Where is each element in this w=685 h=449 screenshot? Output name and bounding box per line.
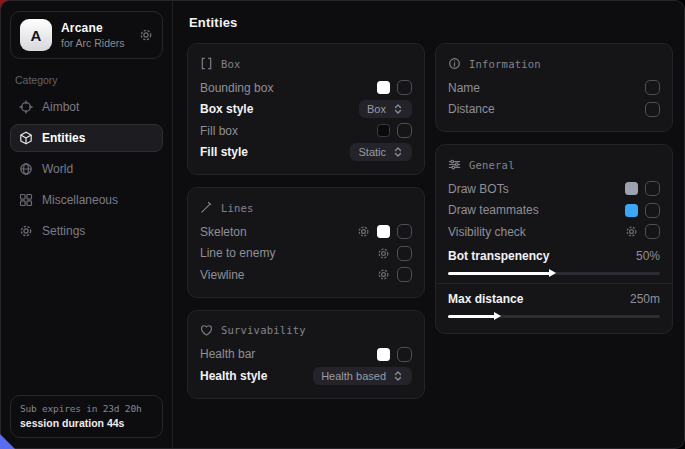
panel-title: General [469,159,515,171]
distance-label: Distance [448,102,495,116]
color-swatch[interactable] [377,348,390,361]
sidebar-item-label: Settings [42,224,85,238]
cheat-menu-window: A Arcane for Arc Riders Category Aimbot … [0,0,685,449]
avatar: A [20,19,52,51]
line-to-enemy-label: Line to enemy [200,246,275,260]
slider-thumb[interactable] [549,269,556,277]
information-panel: Information Name Distance [435,43,673,132]
brackets-icon [200,57,213,70]
globe-icon [19,162,33,176]
viewline-row: Viewline [200,264,412,286]
category-label: Category [15,74,158,86]
fill-box-row: Fill box [200,120,412,142]
skeleton-checkbox[interactable] [397,224,412,239]
box-style-label: Box style [200,102,253,116]
sliders-icon [448,158,461,171]
draw-bots-checkbox[interactable] [645,181,660,196]
health-bar-checkbox[interactable] [397,347,412,362]
subscription-card: Sub expires in 23d 20h session duration … [10,395,163,438]
max-distance-row: Max distance 250m [448,289,660,309]
fill-style-dropdown[interactable]: Static [350,143,412,161]
health-style-dropdown[interactable]: Health based [313,367,412,385]
name-row: Name [448,77,660,99]
dropdown-value: Health based [321,370,386,382]
gear-icon[interactable] [625,225,638,238]
gear-icon[interactable] [139,28,153,42]
bounding-box-label: Bounding box [200,81,273,95]
visibility-check-checkbox[interactable] [645,224,660,239]
health-style-label: Health style [200,369,267,383]
grid-icon [19,193,33,207]
crosshair-icon [19,100,33,114]
session-duration-text: session duration 44s [20,417,153,429]
lines-panel: Lines Skeleton Line to enemy [187,187,425,298]
sidebar-item-world[interactable]: World [10,155,163,183]
general-panel: General Draw BOTs Draw teammates [435,144,673,334]
survivability-panel: Survivability Health bar Health style [187,310,425,399]
skeleton-label: Skeleton [200,225,247,239]
chevrons-up-down-icon [392,146,404,158]
fill-box-label: Fill box [200,124,238,138]
fill-style-label: Fill style [200,145,248,159]
gear-icon[interactable] [377,268,390,281]
sidebar-item-aimbot[interactable]: Aimbot [10,93,163,121]
gear-icon[interactable] [357,225,370,238]
chevrons-up-down-icon [392,103,404,115]
distance-row: Distance [448,99,660,121]
sidebar: A Arcane for Arc Riders Category Aimbot … [1,1,173,448]
distance-checkbox[interactable] [645,102,660,117]
draw-bots-row: Draw BOTs [448,178,660,200]
name-checkbox[interactable] [645,80,660,95]
panel-title: Lines [221,202,254,214]
bounding-box-checkbox[interactable] [397,80,412,95]
bounding-box-row: Bounding box [200,77,412,99]
info-icon [448,57,461,70]
app-subtitle: for Arc Riders [61,37,125,49]
box-style-dropdown[interactable]: Box [359,100,412,118]
heart-icon [200,324,213,337]
box-style-row: Box style Box [200,99,412,121]
color-swatch[interactable] [377,124,390,137]
fill-style-row: Fill style Static [200,142,412,164]
entities-icon [19,131,33,145]
logo-text: Arcane for Arc Riders [61,21,125,49]
sidebar-item-label: Miscellaneous [42,193,118,207]
bot-transparency-slider[interactable] [448,272,660,275]
viewline-label: Viewline [200,268,244,282]
color-swatch[interactable] [377,225,390,238]
sidebar-item-entities[interactable]: Entities [10,124,163,152]
draw-teammates-checkbox[interactable] [645,203,660,218]
panel-title: Information [469,58,541,70]
sidebar-item-label: Aimbot [42,100,79,114]
divider [436,283,672,284]
chevrons-up-down-icon [392,370,404,382]
sub-expiry-text: Sub expires in 23d 20h [20,403,153,414]
sidebar-item-miscellaneous[interactable]: Miscellaneous [10,186,163,214]
color-swatch[interactable] [625,182,638,195]
visibility-check-label: Visibility check [448,225,526,239]
slider-fill [448,272,550,275]
panel-title: Box [221,58,241,70]
slider-thumb[interactable] [494,312,501,320]
draw-bots-label: Draw BOTs [448,182,509,196]
slider-fill [448,315,495,318]
max-distance-slider[interactable] [448,315,660,318]
bot-transparency-value: 50% [636,249,660,263]
name-label: Name [448,81,480,95]
health-bar-row: Health bar [200,344,412,366]
fill-box-checkbox[interactable] [397,123,412,138]
gear-icon[interactable] [377,247,390,260]
sidebar-item-label: World [42,162,73,176]
sidebar-item-settings[interactable]: Settings [10,217,163,245]
dropdown-value: Box [367,103,386,115]
logo-card: A Arcane for Arc Riders [10,11,163,59]
sidebar-item-label: Entities [42,131,85,145]
line-to-enemy-checkbox[interactable] [397,246,412,261]
viewline-checkbox[interactable] [397,267,412,282]
bot-transparency-label: Bot transpenency [448,249,549,263]
box-panel: Box Bounding box Box style Box [187,43,425,175]
bot-transparency-row: Bot transpenency 50% [448,246,660,266]
draw-teammates-label: Draw teammates [448,203,539,217]
color-swatch[interactable] [625,204,638,217]
color-swatch[interactable] [377,81,390,94]
